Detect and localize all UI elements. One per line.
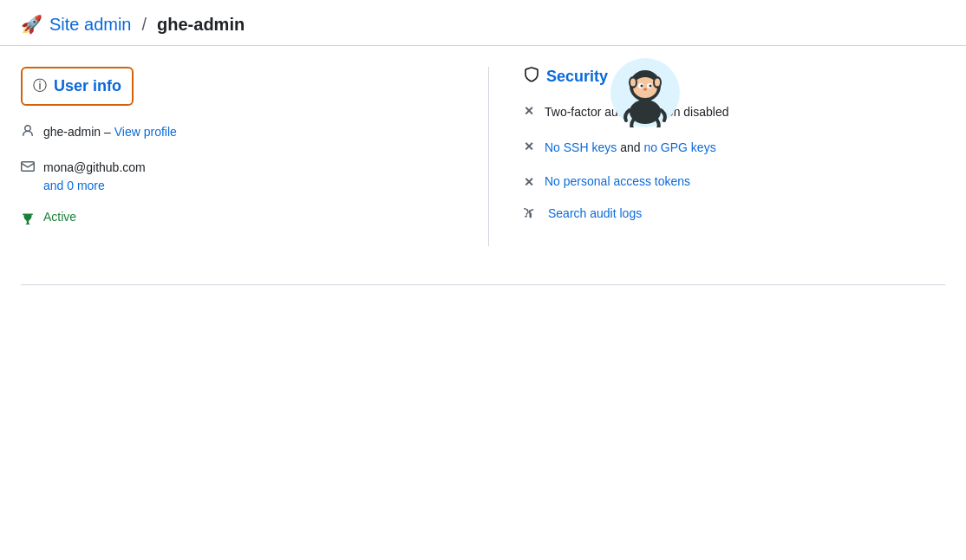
current-page-title: ghe-admin [157,15,245,35]
email-text: mona@github.com [43,159,146,177]
svg-point-11 [655,79,660,87]
history-icon [524,207,538,224]
page-title: 🚀 Site admin / ghe-admin [21,14,245,35]
x-icon-2fa: ✕ [524,104,534,118]
right-panel: Security ✕ Two-factor authentication dis… [489,67,945,246]
svg-point-5 [641,85,643,88]
shield-icon [524,67,539,86]
username-content: ghe-admin – View profile [43,123,177,141]
main-content: ⓘ User info ghe-admin – View profile [0,46,966,267]
email-content: mona@github.com and 0 more [43,159,146,192]
username-row: ghe-admin – View profile [21,123,454,141]
security-section-header: Security [524,67,608,86]
person-icon [21,124,35,140]
info-circle-icon: ⓘ [33,77,47,95]
page-header: 🚀 Site admin / ghe-admin [0,0,966,46]
rocket-icon: 🚀 [21,14,42,35]
svg-point-10 [630,79,636,87]
ssh-gpg-keys-item: ✕ No SSH keys and no GPG keys [524,139,945,157]
active-status: Active [43,210,76,224]
username-text: ghe-admin – View profile [43,123,177,141]
site-admin-link[interactable]: Site admin [49,15,132,35]
x-icon-pat: ✕ [524,175,534,189]
x-icon-ssh: ✕ [524,140,534,153]
user-info-title: User info [54,77,121,95]
user-avatar [610,58,680,127]
svg-point-7 [643,88,647,91]
personal-access-tokens-item: ✕ No personal access tokens [524,174,945,189]
page-wrapper: 🚀 Site admin / ghe-admin ⓘ User info [0,0,966,285]
mail-icon [21,160,35,176]
two-factor-auth-item: ✕ Two-factor authentication disabled [524,103,945,121]
hourglass-icon [21,211,35,229]
status-row: Active [21,210,454,229]
user-info-section-header: ⓘ User info [21,67,134,106]
svg-point-6 [649,85,652,88]
no-personal-access-tokens-link[interactable]: No personal access tokens [545,174,690,188]
no-gpg-keys-link[interactable]: no GPG keys [643,140,715,154]
view-profile-link[interactable]: View profile [114,125,177,139]
no-ssh-keys-link[interactable]: No SSH keys [545,140,617,154]
search-audit-logs-item: Search audit logs [524,206,945,224]
security-title: Security [546,68,608,86]
footer-divider [21,284,945,285]
email-row: mona@github.com and 0 more [21,159,454,192]
ssh-gpg-keys-text: No SSH keys and no GPG keys [545,139,716,157]
left-panel: ⓘ User info ghe-admin – View profile [21,67,489,246]
and-more-link[interactable]: and 0 more [43,179,146,192]
search-audit-logs-link[interactable]: Search audit logs [548,206,642,220]
title-separator: / [142,15,147,35]
